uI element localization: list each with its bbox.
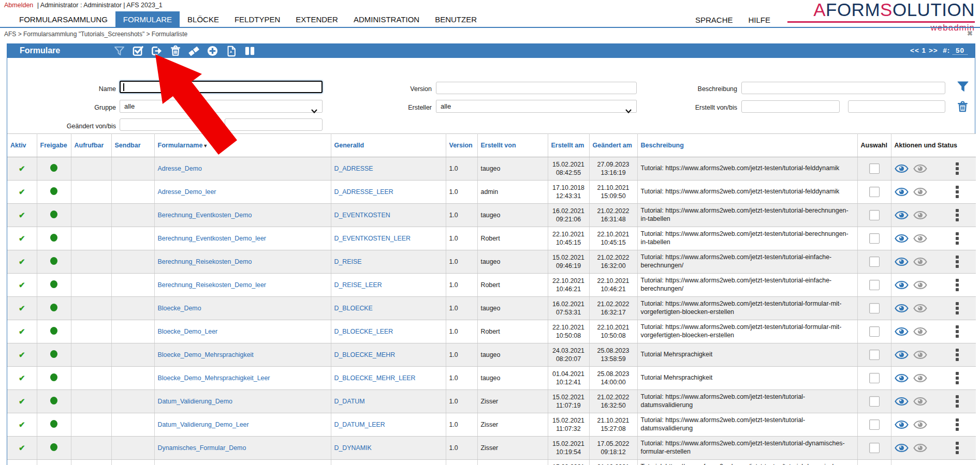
page-next-button[interactable]: >> <box>929 47 938 54</box>
page-size-input[interactable]: 50 <box>953 47 968 55</box>
row-select-checkbox[interactable] <box>869 443 880 453</box>
preview-eye-blue-icon[interactable] <box>895 397 909 406</box>
close-icon[interactable]: ✖ <box>967 29 973 37</box>
form-name-link[interactable]: Bloecke_Demo_Mehrsprachigkeit <box>158 351 254 358</box>
general-id-link[interactable]: D_DYNAMIK <box>334 444 372 452</box>
row-select-checkbox[interactable] <box>869 187 880 197</box>
preview-eye-blue-icon[interactable] <box>895 443 909 453</box>
row-menu-kebab-icon[interactable] <box>955 348 959 362</box>
general-id-link[interactable]: D_DATUM_LEER <box>334 421 385 428</box>
general-id-link[interactable]: D_REISE_LEER <box>334 281 382 289</box>
form-name-link[interactable]: Dynamisches_Formular_Demo <box>158 444 246 452</box>
row-select-checkbox[interactable] <box>869 233 880 244</box>
nav-item-benutzer[interactable]: BENUTZER <box>427 11 485 27</box>
preview-eye-gray-icon[interactable] <box>913 164 927 173</box>
apply-filter-icon[interactable] <box>957 81 969 95</box>
preview-eye-blue-icon[interactable] <box>895 280 909 290</box>
row-menu-kebab-icon[interactable] <box>955 302 959 315</box>
general-id-link[interactable]: D_DATUM <box>334 398 365 405</box>
col-geaendert-am[interactable]: Geändert am <box>589 134 637 157</box>
general-id-link[interactable]: D_EVENTKOSTEN <box>334 212 390 219</box>
row-select-checkbox[interactable] <box>869 163 880 174</box>
preview-eye-gray-icon[interactable] <box>913 397 927 406</box>
row-menu-kebab-icon[interactable] <box>955 325 959 338</box>
nav-item-administration[interactable]: ADMINISTRATION <box>346 11 427 27</box>
general-id-link[interactable]: D_BLOECKE_LEER <box>334 328 393 335</box>
form-name-link[interactable]: Berechnung_Reisekosten_Demo_leer <box>158 281 266 289</box>
row-menu-kebab-icon[interactable] <box>955 278 959 292</box>
col-erstellt-am[interactable]: Erstellt am <box>548 134 589 157</box>
pdf-export-icon[interactable] <box>225 45 237 57</box>
preview-eye-blue-icon[interactable] <box>895 187 909 197</box>
preview-eye-gray-icon[interactable] <box>913 234 927 243</box>
logout-link[interactable]: Abmelden <box>4 2 33 9</box>
gruppe-select[interactable]: alle <box>120 100 323 113</box>
preview-eye-gray-icon[interactable] <box>913 373 927 383</box>
general-id-link[interactable]: D_ADRESSE <box>334 165 373 172</box>
general-id-link[interactable]: D_EVENTKOSTEN_LEER <box>334 235 411 242</box>
nav-item-bloecke[interactable]: BLÖCKE <box>180 11 227 27</box>
preview-eye-blue-icon[interactable] <box>895 350 909 359</box>
preview-eye-gray-icon[interactable] <box>913 350 927 359</box>
general-id-link[interactable]: D_ADRESSE_LEER <box>334 188 393 196</box>
form-name-link[interactable]: Datum_Validierung_Demo <box>158 398 232 405</box>
row-menu-kebab-icon[interactable] <box>955 371 959 385</box>
row-select-checkbox[interactable] <box>869 350 880 360</box>
erstellt-bis-input[interactable] <box>848 100 945 113</box>
row-select-checkbox[interactable] <box>869 396 880 407</box>
geaendert-bis-input[interactable] <box>225 118 323 131</box>
form-name-link[interactable]: Adresse_Demo <box>158 165 202 172</box>
nav-item-extender[interactable]: EXTENDER <box>288 11 346 27</box>
col-version[interactable]: Version <box>446 134 477 157</box>
preview-eye-gray-icon[interactable] <box>913 211 927 220</box>
general-id-link[interactable]: D_BLOECKE_MEHR <box>334 351 396 358</box>
col-freigabe[interactable]: Freigabe <box>37 134 71 157</box>
row-menu-kebab-icon[interactable] <box>955 441 959 455</box>
erstellt-von-input[interactable] <box>741 100 840 113</box>
preview-eye-blue-icon[interactable] <box>895 164 909 173</box>
preview-eye-blue-icon[interactable] <box>895 327 909 336</box>
form-name-link[interactable]: Bloecke_Demo <box>158 305 201 312</box>
form-name-link[interactable]: Berechnung_Eventkosten_Demo <box>158 212 252 219</box>
row-menu-kebab-icon[interactable] <box>955 395 959 408</box>
col-sendbar[interactable]: Sendbar <box>111 134 154 157</box>
nav-item-sprache[interactable]: SPRACHE <box>688 11 741 28</box>
page-prev-button[interactable]: << <box>910 47 919 54</box>
preview-eye-gray-icon[interactable] <box>913 420 927 429</box>
preview-eye-blue-icon[interactable] <box>895 234 909 243</box>
name-input[interactable] <box>120 81 323 93</box>
delete-icon[interactable] <box>169 45 181 57</box>
form-name-link[interactable]: Bloecke_Demo_Leer <box>158 328 218 335</box>
select-all-icon[interactable] <box>132 45 144 57</box>
col-aktiv[interactable]: Aktiv <box>7 134 37 157</box>
row-select-checkbox[interactable] <box>869 419 880 430</box>
general-id-link[interactable]: D_BLOECKE <box>334 305 373 312</box>
col-formularname[interactable]: Formularname▾ <box>154 134 331 157</box>
filter-toggle-icon[interactable] <box>113 45 125 57</box>
form-name-link[interactable]: Adresse_Demo_leer <box>158 188 216 196</box>
nav-item-feldtypen[interactable]: FELDTYPEN <box>227 11 288 27</box>
row-select-checkbox[interactable] <box>869 373 880 383</box>
nav-item-formulare[interactable]: FORMULARE <box>115 11 180 27</box>
preview-eye-gray-icon[interactable] <box>913 443 927 453</box>
form-name-link[interactable]: Bloecke_Demo_Mehrsprachigkeit_Leer <box>158 374 270 382</box>
export-icon[interactable] <box>151 45 163 57</box>
general-id-link[interactable]: D_REISE <box>334 258 362 265</box>
row-select-checkbox[interactable] <box>869 326 880 337</box>
preview-eye-blue-icon[interactable] <box>895 373 909 383</box>
geaendert-von-input[interactable] <box>120 118 213 131</box>
nav-item-hilfe[interactable]: HILFE <box>740 11 778 28</box>
preview-eye-blue-icon[interactable] <box>895 257 909 266</box>
columns-icon[interactable] <box>244 45 256 57</box>
col-erstellt-von[interactable]: Erstellt von <box>477 134 548 157</box>
preview-eye-gray-icon[interactable] <box>913 187 927 197</box>
col-aufrufbar[interactable]: Aufrufbar <box>71 134 111 157</box>
form-name-link[interactable]: Berechnung_Eventkosten_Demo_leer <box>158 235 266 242</box>
eraser-icon[interactable] <box>188 45 200 57</box>
row-menu-kebab-icon[interactable] <box>955 418 959 431</box>
nav-item-formularsammlung[interactable]: FORMULARSAMMLUNG <box>11 11 115 27</box>
preview-eye-blue-icon[interactable] <box>895 211 909 220</box>
preview-eye-gray-icon[interactable] <box>913 304 927 313</box>
row-select-checkbox[interactable] <box>869 210 880 220</box>
preview-eye-gray-icon[interactable] <box>913 257 927 266</box>
